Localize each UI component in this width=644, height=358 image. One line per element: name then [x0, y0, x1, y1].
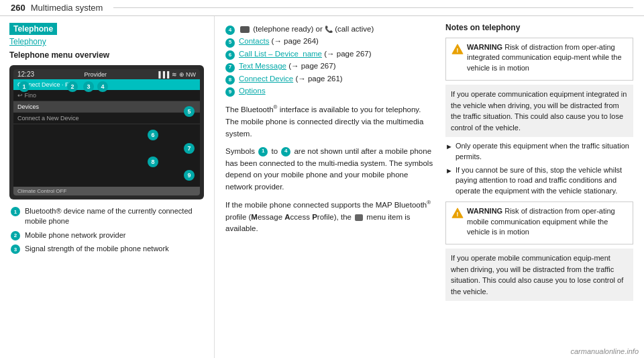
menu-list: 4 (telephone ready) or 📞 (call active) 5 — [225, 23, 435, 97]
phone-menu-item-connect: Connect a New Device — [13, 113, 200, 124]
warning-triangle-icon-2: ! — [451, 207, 464, 219]
svg-text:!: ! — [456, 46, 458, 54]
info-box-1: If you operate communication equipment i… — [445, 85, 633, 137]
warning-triangle-icon-1: ! — [451, 43, 464, 55]
page-header: 260 Multimedia system — [0, 0, 644, 16]
watermark: carmanualonline.info — [570, 347, 639, 355]
notes-title: Notes on telephony — [445, 23, 633, 32]
footnote-2-text: Mobile phone network provider — [25, 230, 125, 240]
warning-text-1: WARNING Risk of distraction from oper-at… — [467, 42, 627, 73]
footnote-1-text: Bluetooth® device name of the currently … — [25, 206, 205, 227]
phone-topbar: 12:23 Provider ▐▐▐ ≋ ⊕ NW — [13, 69, 200, 79]
page-number: 260 — [11, 3, 25, 13]
menu-item-9: 9 Options — [225, 85, 435, 97]
paragraph-3: If the mobile phone connected supports t… — [225, 199, 435, 235]
warning-text-2: WARNING Risk of distraction from oper-at… — [467, 206, 627, 237]
phone-time: 12:23 — [17, 71, 34, 78]
compass-icon: ⊕ NW — [179, 71, 197, 78]
footnote-1: 1 Bluetooth® device name of the currentl… — [9, 206, 205, 227]
menu-item-4-num: 4 — [225, 26, 235, 35]
phone-status-icons: ▐▐▐ ≋ ⊕ NW — [156, 71, 196, 78]
sym-circle-4: 4 — [281, 147, 290, 156]
menu-item-9-num: 9 — [225, 87, 235, 97]
signal-bars-icon: ▐▐▐ — [156, 71, 169, 78]
phone-screen: 12:23 Provider ▐▐▐ ≋ ⊕ NW Connect Device… — [13, 69, 200, 195]
footnote-3-text: Signal strength of the mobile phone netw… — [25, 244, 169, 254]
footnote-2-num: 2 — [9, 230, 21, 240]
phone-bottom-bar: Climate Control OFF — [13, 187, 200, 195]
bullet-item-1: ► Only operate this equipment when the t… — [445, 141, 633, 162]
menu-item-8: 8 Connect Device (→ page 261) — [225, 73, 435, 85]
menu-item-6-text: Call List – Device_name (→ page 267) — [239, 48, 372, 60]
menu-item-5-num: 5 — [225, 38, 235, 48]
main-content: Telephone Telephony Telephone menu overv… — [0, 16, 644, 358]
phone-menu-label-devices: Devices — [17, 103, 39, 110]
call-active-icon: 📞 — [325, 24, 333, 35]
menu-item-4: 4 (telephone ready) or 📞 (call active) — [225, 23, 435, 35]
notes-column: Notes on telephony ! WARNING Risk of dis… — [445, 23, 633, 305]
call-list-link[interactable]: Call List – Device_name — [239, 50, 322, 58]
bullet-text-2: If you cannot be sure of this, stop the … — [455, 165, 633, 196]
page-container: 260 Multimedia system Telephone Telephon… — [0, 0, 644, 358]
options-link[interactable]: Options — [239, 87, 266, 95]
paragraph-1: The Bluetooth® interface is available to… — [225, 103, 435, 140]
sym-circle-1: 1 — [258, 147, 268, 156]
telephone-ready-icon — [240, 26, 250, 33]
connect-device-link[interactable]: Connect Device — [239, 75, 293, 83]
phone-menu-label-fino: ↩ Fino — [17, 92, 36, 99]
menu-item-5: 5 Contacts (→ page 264) — [225, 35, 435, 47]
menu-item-5-text: Contacts (→ page 264) — [239, 35, 319, 47]
warning-header-1: ! WARNING Risk of distraction from oper-… — [451, 42, 627, 73]
subsection-title: Telephone menu overview — [9, 50, 205, 60]
menu-item-6: 6 Call List – Device_name (→ page 267) — [225, 48, 435, 60]
footnote-2: 2 Mobile phone network provider — [9, 230, 205, 240]
section-subtitle-link[interactable]: Telephony — [9, 37, 205, 46]
bullet-item-2: ► If you cannot be sure of this, stop th… — [445, 165, 633, 196]
left-column: Telephone Telephony Telephone menu overv… — [0, 16, 215, 358]
menu-item-8-text: Connect Device (→ page 261) — [239, 73, 343, 85]
right-column: 4 (telephone ready) or 📞 (call active) 5 — [215, 16, 644, 358]
menu-item-7-text: Text Message (→ page 267) — [239, 60, 335, 72]
header-divider — [113, 7, 633, 8]
right-top-layout: 4 (telephone ready) or 📞 (call active) 5 — [225, 23, 633, 305]
menu-item-6-num: 6 — [225, 50, 235, 60]
bullet-text-1: Only operate this equipment when the tra… — [455, 141, 633, 162]
svg-text:!: ! — [456, 210, 458, 218]
footnote-3-num: 3 — [9, 244, 21, 254]
info-text-1: If you operate communication equipment i… — [451, 90, 627, 132]
phone-menu-label-connect: Connect a New Device — [17, 115, 79, 122]
phone-menu-item-devices: Devices — [13, 101, 200, 113]
warning-header-2: ! WARNING Risk of distraction from oper-… — [451, 206, 627, 237]
info-box-2: If you operate mobile communication equi… — [445, 249, 633, 301]
warning-box-1: ! WARNING Risk of distraction from oper-… — [445, 38, 633, 81]
phone-provider: Provider — [84, 71, 107, 78]
page-section-title: Multimedia system — [31, 3, 103, 13]
paragraph-2: Symbols 1 to 4 are not shown until after… — [225, 146, 435, 193]
main-text-column: 4 (telephone ready) or 📞 (call active) 5 — [225, 23, 435, 305]
menu-item-9-text: Options — [239, 85, 266, 97]
footnote-3: 3 Signal strength of the mobile phone ne… — [9, 244, 205, 254]
section-tag: Telephone — [9, 23, 205, 37]
menu-item-8-num: 8 — [225, 75, 235, 85]
warning-box-2: ! WARNING Risk of distraction from oper-… — [445, 202, 633, 244]
info-text-2: If you operate mobile communication equi… — [451, 254, 623, 296]
map-menu-icon — [355, 214, 363, 221]
phone-mockup: 12:23 Provider ▐▐▐ ≋ ⊕ NW Connect Device… — [9, 65, 204, 199]
bullet-arrow-1: ► — [445, 142, 453, 152]
menu-item-7-num: 7 — [225, 63, 235, 73]
contacts-link[interactable]: Contacts — [239, 37, 269, 45]
text-message-link[interactable]: Text Message — [239, 62, 286, 70]
wifi-icon: ≋ — [172, 71, 177, 78]
footnote-1-num: 1 — [9, 206, 21, 216]
menu-item-4-text: (telephone ready) or 📞 (call active) — [239, 23, 374, 35]
menu-item-7: 7 Text Message (→ page 267) — [225, 60, 435, 72]
bullet-arrow-2: ► — [445, 166, 453, 176]
